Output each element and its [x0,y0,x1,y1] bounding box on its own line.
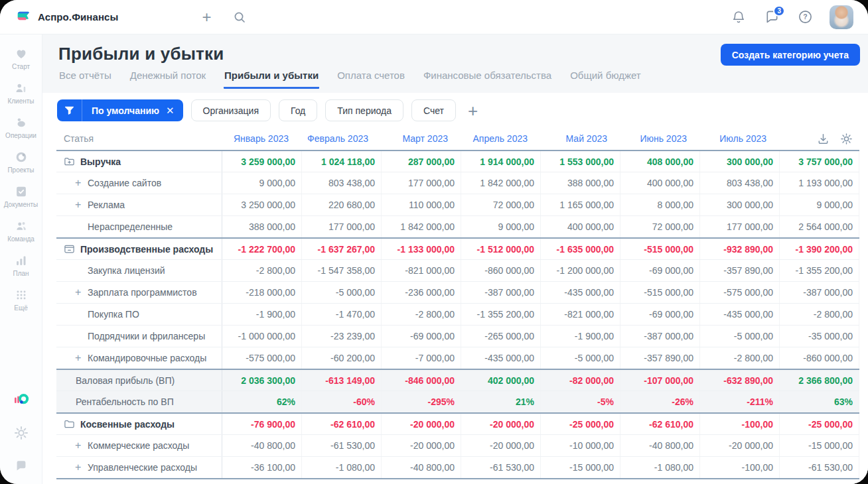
plan-icon [14,253,29,268]
cell-value: 62% [222,391,302,412]
settings-sidebar-button[interactable] [13,424,30,442]
row-label-cell[interactable]: Косвенные расходы [56,414,222,434]
filter-chip-period-type[interactable]: Тип периода [325,99,403,121]
sidebar-item-operations[interactable]: Операции [0,110,42,145]
row-label: Реклама [88,200,125,210]
sidebar-item-team[interactable]: Команда [0,213,42,248]
report-tabs: Все отчётыДенежный потокПрибыли и убытки… [58,70,860,89]
tab-bill-payment[interactable]: Оплата счетов [336,70,405,89]
avatar[interactable] [830,5,853,29]
cell-value: -82 000,00 [541,370,620,391]
filter-bar: По умолчанию ✕ ОрганизацияГодТип периода… [57,99,868,121]
cell-value: -387 000,00 [461,282,541,303]
row-label: Косвенные расходы [80,419,175,430]
row-label-cell[interactable]: +Командировочные расходы [56,347,222,369]
notifications-button[interactable] [730,9,747,26]
messages-button[interactable]: 3 [763,9,780,26]
cell-value: -632 890,00 [700,370,780,391]
cell-value: 803 438,00 [302,172,382,194]
filter-chip-account[interactable]: Счет [411,99,456,121]
table-settings-button[interactable] [839,132,853,145]
cell-value: 300 000,00 [700,151,780,172]
row-label-cell[interactable]: +Создание сайтов [56,172,222,194]
remove-filter-icon[interactable]: ✕ [165,105,183,115]
tab-financial-obligations[interactable]: Финансовые обязательства [423,70,552,89]
cell-value: 3 757 000,00 [780,151,859,172]
cell-value: 388 000,00 [222,216,302,237]
sidebar-item-label: Ещё [14,304,27,312]
create-category-button[interactable]: Создать категорию учета [721,44,860,66]
folder-icon [63,418,75,430]
column-header-month[interactable]: Июнь 2023 [620,133,700,144]
row-label-cell[interactable]: +Коммерческие расходы [56,435,222,456]
cell-value: -1 547 358,00 [302,260,382,281]
sidebar-item-label: Старт [12,63,30,70]
download-button[interactable] [816,132,830,145]
tab-general-budget[interactable]: Общий бюджет [569,70,642,89]
sidebar-item-more[interactable]: Ещё [0,282,42,317]
cell-value: 402 000,00 [461,370,541,391]
column-header-month[interactable]: Январь 2023 [222,133,302,144]
start-icon [14,46,29,61]
cell-value: -23 239,00 [302,326,382,347]
cell-value: -932 890,00 [700,239,780,259]
add-filter-button[interactable]: + [465,102,480,119]
support-chat-button[interactable] [13,457,30,475]
sidebar-item-clients[interactable]: Клиенты [0,76,42,110]
tab-profit-loss[interactable]: Прибыли и убытки [224,70,319,89]
cell-value: -1 635 000,00 [541,239,620,259]
cell-value: -5% [541,391,620,412]
row-label-cell: Подрядчики и фрилансеры [56,326,222,347]
expand-plus-icon: + [75,200,81,210]
row-label-cell: Закупка лицензий [56,260,222,281]
plus-icon: + [202,9,211,25]
tab-all-reports[interactable]: Все отчёты [58,70,112,89]
folder-plus-icon [63,156,75,168]
brand-mark-button[interactable] [13,391,30,408]
cell-value: -7 000,00 [382,347,461,369]
row-label-cell[interactable]: Производственные расходы [56,239,222,259]
column-header-month[interactable]: Март 2023 [382,133,461,144]
sidebar-item-plan[interactable]: План [0,248,42,282]
search-button[interactable] [231,9,248,26]
projects-icon [14,150,29,164]
add-button[interactable]: + [198,9,215,26]
tab-cash-flow[interactable]: Денежный поток [129,70,206,89]
column-header-month[interactable]: Июль 2023 [700,133,780,144]
filter-chip-year[interactable]: Год [279,99,317,121]
table-row: +Зарплата программистов-218 000,00-5 000… [56,281,859,303]
report-table: Статья Январь 2023Февраль 2023Март 2023А… [56,127,859,479]
column-header-month[interactable]: Май 2023 [541,133,620,144]
row-label: Командировочные расходы [88,353,206,363]
cell-value: -40 800,00 [222,435,302,456]
cell-value: 177 000,00 [302,216,382,237]
filter-chip-organization[interactable]: Организация [191,99,271,121]
cell-value: -20 000,00 [700,435,780,456]
row-label-cell[interactable]: +Зарплата программистов [56,282,222,303]
column-header-month[interactable]: Апрель 2023 [461,133,541,144]
cell-value: -20 000,00 [461,435,541,456]
cell-value: -76 900,00 [222,414,302,434]
table-row: Подрядчики и фрилансеры-1 000 000,00-23 … [56,325,859,347]
column-header-month[interactable]: Февраль 2023 [302,133,382,144]
topbar: Аспро.Финансы + 3 [0,0,868,34]
bell-icon [731,10,746,25]
main-content: Прибыли и убытки Создать категорию учета… [42,34,868,484]
sidebar-item-projects[interactable]: Проекты [0,145,42,179]
row-label: Зарплата программистов [88,287,197,298]
row-label: Создание сайтов [88,178,161,188]
help-button[interactable]: ? [796,9,814,26]
cell-value: -107 000,00 [620,370,700,391]
cell-value: -1 200 000,00 [541,260,620,281]
active-filter-pill[interactable]: По умолчанию ✕ [57,99,183,121]
sidebar-item-start[interactable]: Старт [0,41,42,76]
row-label-cell[interactable]: +Реклама [56,194,222,215]
table-header-row: Статья Январь 2023Февраль 2023Март 2023А… [56,127,859,150]
report-content: По умолчанию ✕ ОрганизацияГодТип периода… [42,93,868,484]
row-label: Коммерческие расходы [88,440,189,451]
sidebar-item-documents[interactable]: Документы [0,179,42,213]
cell-value: -40 800,00 [620,435,700,456]
row-label-cell[interactable]: +Управленческие расходы [56,457,222,478]
cell-value: 2 036 300,00 [222,370,302,391]
row-label-cell[interactable]: Выручка [56,151,222,172]
